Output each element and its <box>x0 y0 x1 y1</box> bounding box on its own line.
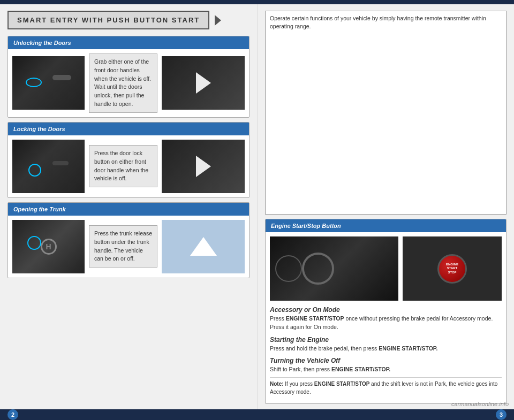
engine-button-image: ENGINE START STOP <box>403 236 502 301</box>
trunk-body: H Press the trunk release button under t… <box>8 216 249 278</box>
trunk-section: Opening the Trunk H Press the trunk rele… <box>7 202 250 278</box>
engine-header: Engine Start/Stop Button <box>266 219 506 232</box>
unlocking-body: Grab either one of the front door handle… <box>8 49 249 117</box>
accessory-text: Press ENGINE START/STOP once without pre… <box>270 315 493 330</box>
unlocking-text-box: Grab either one of the front door handle… <box>89 54 157 113</box>
unlocking-title: Unlocking the Doors <box>13 40 71 46</box>
locking-text: Press the door lock button on either fro… <box>94 150 148 181</box>
trunk-text: Press the trunk release button under the… <box>94 230 152 262</box>
trunk-arrow-icon <box>190 237 217 256</box>
unlocking-section: Unlocking the Doors Grab either one of t… <box>7 36 250 118</box>
honda-logo: H <box>41 239 57 255</box>
unlocking-secondary-image <box>162 56 245 110</box>
lock-handle-shape <box>52 161 69 165</box>
turning-section: Turning the Vehicle Off Shift to Park, t… <box>270 356 502 374</box>
gauge-cluster <box>275 255 302 282</box>
engine-body: ENGINE START STOP Accessory or On Mode P… <box>266 232 506 403</box>
top-bar <box>0 0 514 4</box>
turning-heading: Turning the Vehicle Off <box>270 357 340 364</box>
watermark: carmanualsonline.info <box>451 401 509 407</box>
turning-text: Shift to Park, then press ENGINE START/S… <box>270 366 390 372</box>
engine-button-text: ENGINE START STOP <box>446 263 458 274</box>
trunk-main-image: H <box>12 220 85 273</box>
accessory-heading: Accessory or On Mode <box>270 306 340 314</box>
trunk-sim: H <box>12 220 85 273</box>
accessory-section: Accessory or On Mode Press ENGINE START/… <box>270 305 502 332</box>
engine-title: Engine Start/Stop Button <box>271 223 341 229</box>
lock-arrow-icon <box>196 156 211 177</box>
door-image-sim <box>12 56 85 110</box>
locking-body: Press the door lock button on either fro… <box>8 135 249 197</box>
engine-section: Engine Start/Stop Button ENGINE <box>265 219 507 404</box>
right-page: Operate certain functions of your vehicl… <box>257 4 514 409</box>
trunk-secondary-image <box>162 220 245 273</box>
title-box: SMART ENTRY WITH PUSH BUTTON START <box>7 11 209 29</box>
note-label: Note: <box>270 381 284 387</box>
locking-header: Locking the Doors <box>8 123 249 135</box>
description-box: Operate certain functions of your vehicl… <box>265 11 507 215</box>
bottom-bar: 2 3 <box>0 409 514 420</box>
engine-dashboard-image <box>270 236 398 301</box>
trunk-header: Opening the Trunk <box>8 203 249 216</box>
unlocking-header: Unlocking the Doors <box>8 36 249 49</box>
engine-description: Accessory or On Mode Press ENGINE START/… <box>270 305 502 399</box>
arrow-right-icon <box>196 72 211 94</box>
trunk-highlight-circle <box>27 236 41 250</box>
locking-section: Locking the Doors Press the door lock bu… <box>7 122 250 198</box>
locking-main-image <box>12 140 85 193</box>
page-number-right: 3 <box>496 409 507 420</box>
dashboard-sim <box>270 236 398 301</box>
trunk-text-box: Press the trunk release button under the… <box>89 225 157 268</box>
trunk-title: Opening the Trunk <box>13 206 66 212</box>
engine-images: ENGINE START STOP <box>270 236 502 301</box>
main-content: SMART ENTRY WITH PUSH BUTTON START Unloc… <box>0 4 514 409</box>
starting-heading: Starting the Engine <box>270 336 329 343</box>
starting-section: Starting the Engine Press and hold the b… <box>270 335 502 353</box>
starting-text: Press and hold the brake pedal, then pre… <box>270 345 437 352</box>
title-arrow-icon <box>215 15 221 26</box>
locking-secondary-image <box>162 140 245 193</box>
steering-wheel-shape <box>302 253 334 285</box>
door-handle-shape <box>52 75 71 80</box>
note-text: If you press ENGINE START/STOP and the s… <box>270 381 497 395</box>
description-text: Operate certain functions of your vehicl… <box>270 15 486 29</box>
unlocking-main-image <box>12 56 85 110</box>
left-page: SMART ENTRY WITH PUSH BUTTON START Unloc… <box>0 4 257 409</box>
locking-title: Locking the Doors <box>13 126 65 132</box>
unlocking-text: Grab either one of the front door handle… <box>94 58 151 107</box>
engine-start-button-visual: ENGINE START STOP <box>437 254 467 284</box>
note-section: Note: If you press ENGINE START/STOP and… <box>270 377 502 396</box>
locking-text-box: Press the door lock button on either fro… <box>89 145 157 187</box>
lock-door-sim <box>12 140 85 193</box>
page-title: SMART ENTRY WITH PUSH BUTTON START <box>17 16 200 24</box>
lock-highlight-circle <box>28 164 41 177</box>
page-number-left: 2 <box>7 409 18 420</box>
title-section: SMART ENTRY WITH PUSH BUTTON START <box>7 11 250 29</box>
